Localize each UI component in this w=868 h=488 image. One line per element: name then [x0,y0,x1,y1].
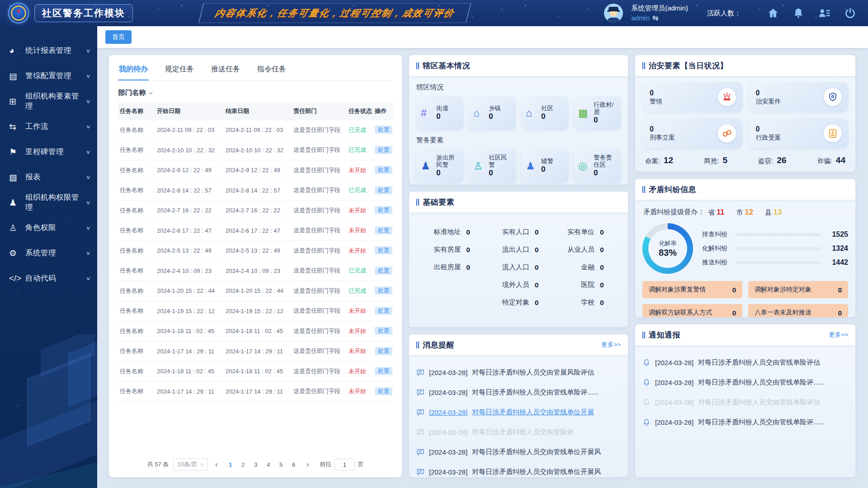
goto-page-input[interactable] [335,459,354,471]
district-stat-card[interactable]: ▦ 行政村/居 0 [574,96,621,130]
chevron-down-icon: ∨ [85,276,90,282]
security-stat-card[interactable]: 0 治安案件 [749,82,849,112]
handle-link[interactable]: 处置 [375,327,392,335]
dispute-alert-button[interactable]: 调解对象涉重复警情 0 [642,281,742,298]
next-page-button[interactable]: › [304,460,312,469]
table-row: 任务名称 2024-2-11 09 : 22 : 03 2024-2-11 09… [118,120,393,141]
username[interactable]: admin [631,14,650,22]
basic-stat-label: 医院 [581,281,594,289]
task-department: 这是责任部门字段 [293,327,349,335]
handle-link[interactable]: 处置 [375,226,392,235]
task-name: 任务名称 [118,146,157,154]
district-group1-label: 辖区情况 [416,83,621,92]
handle-link[interactable]: 处置 [375,347,392,355]
district-stat-card[interactable]: ⌂ 乡镇 0 [469,96,516,130]
handle-link[interactable]: 处置 [375,146,392,154]
dispute-alert-button[interactable]: 八单一表未及时推送 0 [748,304,848,317]
user-avatar[interactable] [604,4,623,23]
todo-tab[interactable]: 规定任务 [164,58,195,80]
sidebar-item[interactable]: ♟ 组织机构权限管理 ∨ [0,190,97,215]
district-card-value: 0 [489,112,501,121]
basic-stat-item: 出租房屋 0 [419,258,484,276]
dispute-alert-button[interactable]: 调解双方缺联系人方式 0 [642,304,742,317]
message-more-link[interactable]: 更多>> [601,341,621,349]
message-item[interactable]: [2024-03-28] 对每日涉矛盾纠纷人员交由管展风险评估 [416,362,621,382]
department-filter[interactable]: 部门名称 ∨ [118,81,393,102]
notice-item[interactable]: [2024-03-28] 对每日涉矛盾纠纷人员交由管线单险评估 [642,352,848,372]
slogan-text: 内容体系化，任务可量化，过程可控制，成效可评价 [214,7,456,19]
security-stat-card[interactable]: 0 行政受案 [749,118,849,148]
police-stat-card[interactable]: ♟ 派出所民警 0 [416,149,463,183]
security-stat-card[interactable]: 0 警情 [642,82,742,112]
district-stat-card[interactable]: # 街道 0 [416,96,463,130]
handle-link[interactable]: 处置 [375,166,392,174]
table-row: 任务名称 2024-2-6 17 : 22 : 47 2024-2-6 17 :… [118,221,393,241]
page-number[interactable]: 5 [276,460,287,469]
todo-tab[interactable]: 我的待办 [118,58,149,80]
police-stat-card[interactable]: ◎ 警务责任区 0 [574,149,621,183]
task-name: 任务名称 [118,206,157,215]
switch-account-icon[interactable]: ⇆ [652,14,658,22]
task-department: 这是责任部门字段 [293,387,349,395]
police-badge-logo: ★ [8,3,29,23]
sidebar-item[interactable]: ▤ 警综配置管理 ∨ [0,63,97,89]
sidebar-item[interactable]: ⚙ 系统管理 ∨ [0,240,97,266]
handle-link[interactable]: 处置 [375,286,392,295]
message-panel-title: 消息提醒 [423,340,454,350]
police-stat-card[interactable]: ♟ 辅警 0 [521,149,568,183]
todo-tabs: 我的待办规定任务推送任务指令任务 [118,55,393,81]
chevron-down-icon: ∨ [85,174,90,180]
sidebar-item[interactable]: ♙ 角色权限 ∨ [0,215,97,240]
handle-link[interactable]: 处置 [375,206,392,214]
page-number[interactable]: 2 [238,460,249,469]
task-start: 2024-2-5 13 : 22 : 49 [157,247,226,254]
prev-page-button[interactable]: ‹ [212,460,221,469]
sidebar-item[interactable]: ⇆ 工作流 ∨ [0,114,97,139]
task-status: 未开始 [349,368,366,375]
message-item[interactable]: [2024-03-28] 对每日涉矛盾纠纷人员交由管线单险评...... [416,382,621,402]
bell-icon[interactable] [793,7,804,19]
message-item[interactable]: [2024-03-28] 对每日涉矛盾纠纷人员交由管线单位开展风 [416,462,621,477]
message-item[interactable]: [2024-03-28] 对每日涉矛盾纠纷人员交由管险评 [416,422,621,442]
page-number[interactable]: 3 [250,460,261,469]
handle-link[interactable]: 处置 [375,367,392,375]
todo-tab[interactable]: 推送任务 [210,58,241,80]
dispute-alert-button[interactable]: 调解对象涉特定对象 0 [748,281,848,298]
notice-item[interactable]: [2024-03-28] 对每日涉矛盾纠纷人员交由管线单险评...... [642,372,848,392]
page-number[interactable]: 6 [288,460,299,469]
message-item[interactable]: [2024-03-28] 对每日涉矛盾纠纷人员交由管线单位开展风 [416,442,621,462]
task-status: 已完成 [349,287,366,294]
home-tab-button[interactable]: 首页 [105,30,132,44]
sidebar-item-label: 统计报表管理 [25,46,86,56]
message-date: [2024-03-28] [429,448,467,456]
handle-link[interactable]: 处置 [375,307,392,315]
district-stat-card[interactable]: ⌂ 社区 0 [521,96,568,130]
handle-link[interactable]: 处置 [375,126,392,134]
sidebar-item[interactable]: ▧ 报表 ∨ [0,164,97,190]
message-item[interactable]: [2024-03-28] 对每日涉矛盾纠纷人员交由管线单位开展 [416,402,621,422]
notice-more-link[interactable]: 更多>> [829,331,848,339]
home-icon[interactable] [767,7,779,19]
power-icon[interactable] [844,7,856,19]
dispute-bar: 排查纠纷 1525 [702,230,848,239]
page-number[interactable]: 1 [225,460,236,469]
table-row: 任务名称 2024-1-17 14 : 29 : 11 2024-1-17 14… [118,382,393,402]
page-size-select[interactable]: 10条/页 ∨ [173,458,208,471]
handle-link[interactable]: 处置 [375,246,392,254]
notice-item[interactable]: [2024-03-28] 对每日涉矛盾纠纷人员交由管线单险评...... [642,412,848,432]
task-start: 2024-2-10 10 : 22 : 32 [157,147,226,154]
sidebar-item[interactable]: ⚑ 里程碑管理 ∨ [0,139,97,164]
notice-item[interactable]: [2024-03-28] 对每日涉矛盾纠纷人员交由管线单险评估 [642,392,848,412]
sidebar-item[interactable]: ⊞ 组织机构要素管理 ∨ [0,89,97,114]
sidebar-item[interactable]: ◕ 统计报表管理 ∨ [0,38,97,63]
users-list-icon[interactable] [818,7,830,19]
handle-link[interactable]: 处置 [375,267,392,275]
todo-tab[interactable]: 指令任务 [256,58,287,80]
sidebar-item[interactable]: </> 自动代码 ∨ [0,266,97,291]
handle-link[interactable]: 处置 [375,186,392,194]
security-stat-card[interactable]: 0 刑事立案 [642,118,742,148]
handle-link[interactable]: 处置 [375,387,392,395]
page-number[interactable]: 4 [263,460,274,469]
task-department: 这是责任部门字段 [293,186,349,194]
police-stat-card[interactable]: ♙ 社区民警 0 [469,149,516,183]
